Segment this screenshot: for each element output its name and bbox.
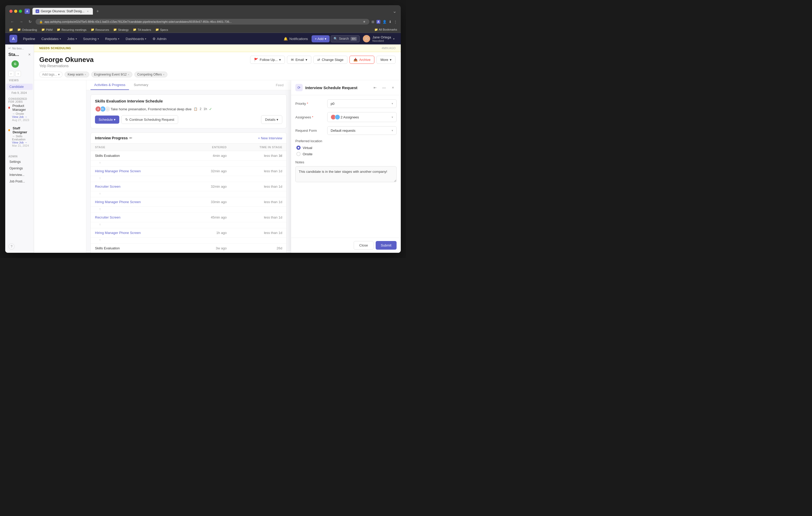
nav-candidates[interactable]: Candidates ▾ [39,35,64,42]
bookmark-onboarding[interactable]: 📁Onboarding [17,28,37,31]
chevron-down-icon: ▾ [60,37,61,40]
priority-select[interactable]: p0 ▾ [327,99,397,108]
feed-button[interactable]: Feed [272,81,287,89]
close-button[interactable]: Close [354,241,373,250]
add-tags-button[interactable]: Add tags... ▾ [39,72,62,78]
browser-tab-bar: A George Okuneva: Staff Desig... × + [32,8,390,14]
tab-activities-progress[interactable]: Activities & Progress [90,80,129,90]
email-button[interactable]: ✉ Email ▾ [287,56,311,64]
status-dot [8,129,10,131]
needs-scheduling-banner: NEEDS SCHEDULING 4MIN AGO [34,44,401,52]
bookmark-specs[interactable]: 📁Specs [155,28,168,31]
address-bar[interactable]: 🔒 app.ashbyhq.com/jobs/e02d75e5-884b-43c… [36,19,369,25]
download-icon[interactable]: ⬇ [389,20,392,24]
modal-header-buttons: ⇤ — × [372,84,397,91]
tag-keep-warm[interactable]: Keep warm × [65,72,89,78]
new-interview-button[interactable]: + New Interview [258,136,282,140]
expand-modal-button[interactable]: ⇤ [372,84,379,91]
forward-button[interactable]: → [18,18,25,25]
menu-icon[interactable]: ⋮ [394,20,397,24]
ashby-toolbar-icon[interactable]: A [376,20,380,24]
remove-tag-icon[interactable]: × [128,73,129,76]
active-tab[interactable]: A George Okuneva: Staff Desig... × [32,8,93,14]
nav-sourcing[interactable]: Sourcing ▾ [81,35,102,42]
continue-scheduling-button[interactable]: ↻ Continue Scheduling Request [121,115,178,124]
archive-button[interactable]: 📥 Archive [349,56,374,64]
profile-icon[interactable]: 👤 [382,20,387,24]
close-window-button[interactable] [9,10,12,13]
sidebar-item-interview[interactable]: Interview... [6,172,33,178]
view-job-link-sd[interactable]: View Job → [8,141,31,144]
sidebar-item-openings[interactable]: Openings [6,165,33,172]
nav-dashboards[interactable]: Dashboards ▾ [123,35,149,42]
notes-textarea[interactable]: This candidate is in the later stages wi… [295,166,397,182]
search-icon: 🔍 [334,37,338,40]
nav-reports[interactable]: Reports ▾ [103,35,122,42]
next-button[interactable]: → [15,71,21,77]
notifications-button[interactable]: 🔔 Notifications [281,35,311,42]
change-stage-button[interactable]: ⇄ Change Stage [313,56,347,64]
notes-section: Notes This candidate is in the later sta… [295,160,397,183]
table-row: Recruiter Screen 45min ago less than 1d [91,213,286,222]
edit-icon[interactable]: ✏ [129,136,133,140]
avatar: JO [363,35,370,42]
new-tab-button[interactable]: + [95,8,100,14]
remove-tag-icon[interactable]: × [85,73,86,76]
bookmark-pmm[interactable]: 📁PMM [41,28,53,31]
interview-schedule-request-panel: ⟳ Interview Schedule Request ⇤ — × [291,80,401,253]
candidate-header: George Okuneva Yelp Reservations 🚩 Follo… [34,52,401,80]
sidebar-item-job-postings[interactable]: Job Posti... [6,178,33,185]
bookmark-strategy[interactable]: 📁Strategy [113,28,129,31]
schedule-icon: ⟳ [295,84,303,91]
schedule-button[interactable]: Schedule ▾ [95,116,119,124]
nav-jobs[interactable]: Jobs ▾ [65,35,79,42]
user-profile[interactable]: JO Jane Ortega Nocobird ▾ [361,34,397,43]
assignees-select[interactable]: 2 Assignees ▾ [327,112,397,122]
chevron-down-icon: ▾ [277,118,278,122]
nav-pipeline[interactable]: Pipeline [21,35,38,42]
table-row: Hiring Manager Phone Screen 32min ago le… [91,166,286,176]
view-job-link-pm[interactable]: View Job → [8,115,31,118]
bookmark-recurring-meetings[interactable]: 📁Recurring meetings [57,28,86,31]
add-button[interactable]: + Add ▾ [312,35,329,42]
submit-button[interactable]: Submit [376,241,397,250]
radio-button-virtual[interactable] [296,146,300,150]
chevron-down-icon: ▾ [392,116,393,119]
radio-virtual[interactable]: Virtual [296,146,397,150]
radio-button-onsite[interactable] [296,152,300,156]
sidebar-item-settings[interactable]: Settings [6,159,33,165]
back-button[interactable]: ← [9,18,16,25]
tag-competing-offers[interactable]: Competing Offers × [135,72,167,78]
minimize-modal-button[interactable]: — [380,84,388,91]
help-button[interactable]: ? [8,243,14,250]
app-topnav: A Pipeline Candidates ▾ Jobs ▾ Sourcing … [5,33,401,44]
radio-onsite[interactable]: Onsite [296,152,397,156]
bell-icon: 🔔 [284,37,288,41]
bookmark-ta-leaders[interactable]: 📁TA leaders [133,28,151,31]
details-button[interactable]: Details ▾ [261,115,282,124]
refresh-button[interactable]: ↻ [27,18,33,25]
tag-engineering-event[interactable]: Engineering Event 9/12 × [91,72,133,78]
bookmark-resources[interactable]: 📁Resources [91,28,109,31]
request-form-select[interactable]: Default requests ▾ [327,126,397,135]
previous-button[interactable]: ← [8,71,14,77]
maximize-window-button[interactable] [19,10,22,13]
extensions-icon[interactable]: ⊞ [372,20,374,24]
gear-icon: ⚙ [152,37,156,41]
follow-up-button[interactable]: 🚩 Follow Up... ▾ [250,56,285,64]
nav-admin[interactable]: ⚙ Admin [150,35,169,42]
close-modal-button[interactable]: × [389,84,397,91]
sidebar-item-candidate[interactable]: Candidate [6,84,33,90]
remove-tag-icon[interactable]: × [163,73,165,76]
all-bookmarks-button[interactable]: 📁 All Bookmarks [374,28,397,31]
tab-summary[interactable]: Summary [130,80,152,90]
more-button[interactable]: More ▾ [376,56,396,64]
candidate-body: Activities & Progress Summary Feed Skill… [34,80,401,253]
close-icon[interactable]: × [28,52,31,57]
center-panel: Activities & Progress Summary Feed Skill… [86,80,291,253]
minimize-window-button[interactable] [14,10,17,13]
search-input[interactable]: 🔍 Search ⌘K [331,35,360,42]
table-header-row: Stage Entered Time in Stage [91,144,286,151]
chevron-down-icon[interactable]: ⌄ [393,8,397,14]
tab-close-button[interactable]: × [86,9,90,13]
